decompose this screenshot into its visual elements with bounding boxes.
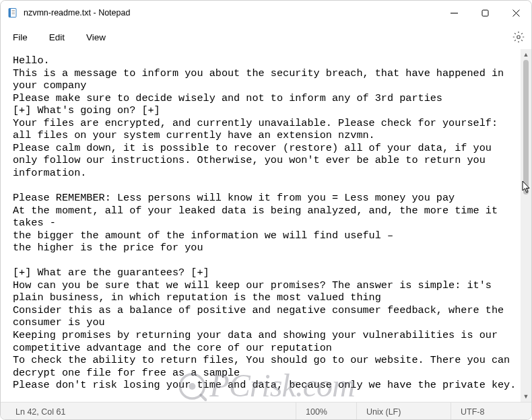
settings-button[interactable] xyxy=(512,31,525,43)
gear-icon xyxy=(512,31,525,43)
window-title: nzvmn-readme.txt - Notepad xyxy=(24,8,130,18)
close-button[interactable] xyxy=(500,2,531,24)
status-bar: Ln 42, Col 61 100% Unix (LF) UTF-8 xyxy=(1,402,531,420)
scroll-up-icon[interactable]: ▲ xyxy=(521,49,531,60)
status-zoom: 100% xyxy=(296,403,356,420)
menu-view[interactable]: View xyxy=(86,32,106,42)
editor-wrap: Hello. This is a message to inform you a… xyxy=(1,49,531,402)
scroll-thumb[interactable] xyxy=(523,60,529,195)
close-icon xyxy=(512,9,520,17)
vertical-scrollbar[interactable]: ▲ ▼ xyxy=(521,49,531,402)
notepad-icon xyxy=(7,7,18,18)
status-caret: Ln 42, Col 61 xyxy=(1,403,108,420)
scroll-down-icon[interactable]: ▼ xyxy=(521,391,531,402)
text-editor[interactable]: Hello. This is a message to inform you a… xyxy=(1,49,521,402)
svg-rect-1 xyxy=(9,9,11,18)
status-encoding: UTF-8 xyxy=(451,403,531,420)
svg-rect-6 xyxy=(482,10,488,16)
menu-bar: File Edit View xyxy=(1,25,531,49)
title-bar: nzvmn-readme.txt - Notepad xyxy=(1,1,531,25)
status-lineending: Unix (LF) xyxy=(356,403,451,420)
menu-file[interactable]: File xyxy=(13,32,28,42)
window-controls xyxy=(438,2,531,24)
title-left: nzvmn-readme.txt - Notepad xyxy=(7,7,130,18)
svg-point-9 xyxy=(517,36,521,39)
menu-items: File Edit View xyxy=(13,32,106,42)
minimize-icon xyxy=(451,9,458,17)
maximize-button[interactable] xyxy=(469,2,500,24)
minimize-button[interactable] xyxy=(438,2,469,24)
menu-edit[interactable]: Edit xyxy=(49,32,65,42)
maximize-icon xyxy=(481,9,489,17)
